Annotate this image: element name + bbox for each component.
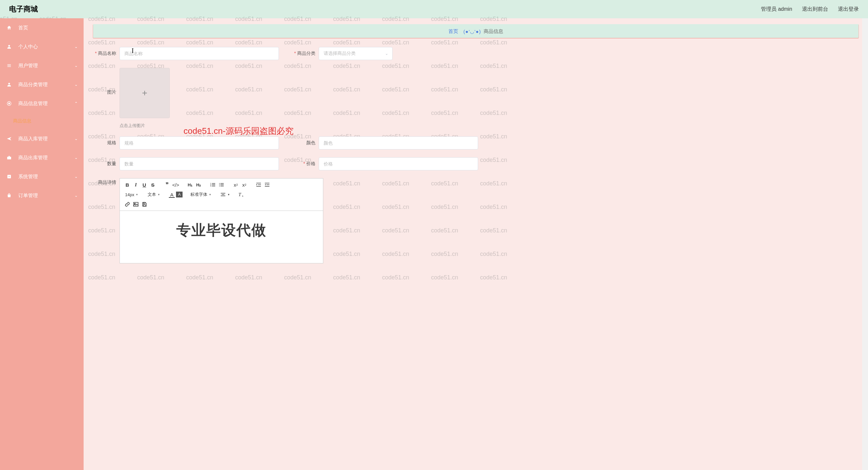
chevron-down-icon: ⌄ xyxy=(74,155,78,160)
category-select[interactable]: 请选择商品分类 ⌄ xyxy=(319,47,393,60)
align-button[interactable] xyxy=(219,191,227,198)
app-header: 电子商城 管理员 admin 退出到前台 退出登录 xyxy=(0,0,868,18)
field-category: 商品分类 请选择商品分类 ⌄ xyxy=(292,47,393,60)
save-button[interactable] xyxy=(140,200,149,208)
field-color: 颜色 xyxy=(292,136,478,149)
admin-label[interactable]: 管理员 admin xyxy=(761,6,792,13)
link-button[interactable] xyxy=(123,200,132,208)
text-cursor-icon: I xyxy=(132,47,134,55)
svg-point-0 xyxy=(8,45,10,47)
sidebar-item-label: 商品出库管理 xyxy=(18,155,48,161)
sidebar-item-inbound[interactable]: 商品入库管理 ⌄ xyxy=(0,129,84,148)
label-spec: 规格 xyxy=(93,140,116,146)
font-size-select[interactable]: 14px▾ xyxy=(123,191,140,198)
svg-rect-34 xyxy=(143,205,145,206)
field-image: 图片 + 点击上传图片 xyxy=(93,68,170,129)
chevron-down-icon: ⌄ xyxy=(74,193,78,198)
sidebar-item-outbound[interactable]: 商品出库管理 ⌄ xyxy=(0,148,84,167)
svg-point-20 xyxy=(219,184,220,185)
h1-button[interactable]: H₁ xyxy=(186,181,194,189)
sidebar-subitem-product-info[interactable]: 商品信息 xyxy=(0,113,84,129)
sidebar-item-label: 商品入库管理 xyxy=(18,136,48,142)
field-product-name: 商品名称 xyxy=(93,47,279,60)
sidebar-item-product-info[interactable]: 商品信息管理 ⌃ xyxy=(0,94,84,113)
svg-rect-8 xyxy=(8,156,10,157)
editor-text: 专业毕设代做 xyxy=(126,221,316,240)
color-input[interactable] xyxy=(319,136,478,149)
label-product-name: 商品名称 xyxy=(93,51,116,57)
font-family-select[interactable]: 标准字体▾ xyxy=(188,191,213,198)
breadcrumb-separator-icon: (●'◡'●) xyxy=(463,29,481,35)
rich-text-editor: B I U S ❞ </> H₁ H₂ xyxy=(120,178,323,263)
record-icon xyxy=(6,101,14,106)
svg-text:3: 3 xyxy=(210,185,211,187)
editor-toolbar: B I U S ❞ </> H₁ H₂ xyxy=(120,178,323,211)
underline-button[interactable]: U xyxy=(140,181,149,189)
scrollbar[interactable] xyxy=(862,18,868,470)
italic-button[interactable]: I xyxy=(132,181,140,189)
bag-icon xyxy=(6,193,14,198)
product-name-input[interactable] xyxy=(120,47,279,60)
price-input[interactable] xyxy=(319,157,478,170)
sidebar-item-home[interactable]: 首页 xyxy=(0,18,84,37)
bold-button[interactable]: B xyxy=(123,181,132,189)
exit-to-front-button[interactable]: 退出到前台 xyxy=(802,6,828,13)
outdent-button[interactable] xyxy=(263,181,271,189)
quantity-input[interactable] xyxy=(120,157,279,170)
upload-hint: 点击上传图片 xyxy=(120,123,170,129)
svg-rect-7 xyxy=(7,157,11,159)
svg-point-21 xyxy=(219,186,220,187)
text-color-button[interactable]: A xyxy=(167,191,176,198)
image-button[interactable] xyxy=(132,200,140,208)
sidebar-item-categories[interactable]: 商品分类管理 ⌄ xyxy=(0,75,84,94)
field-spec: 规格 xyxy=(93,136,279,149)
breadcrumb: 首页 (●'◡'●) 商品信息 xyxy=(93,24,859,38)
category-placeholder: 请选择商品分类 xyxy=(323,51,355,57)
subscript-button[interactable]: x2 xyxy=(231,181,240,189)
app-title: 电子商城 xyxy=(9,4,38,14)
clear-format-button[interactable]: Tx xyxy=(236,191,244,198)
sidebar-item-label: 商品信息管理 xyxy=(18,101,48,107)
block-type-select[interactable]: 文本▾ xyxy=(146,191,162,198)
label-detail: 商品详情 xyxy=(93,179,116,186)
h2-button[interactable]: H₂ xyxy=(194,181,203,189)
chevron-down-icon: ⌄ xyxy=(385,51,388,56)
sidebar-item-users[interactable]: 用户管理 ⌄ xyxy=(0,56,84,75)
ordered-list-button[interactable]: 123 xyxy=(209,181,217,189)
editor-content[interactable]: 专业毕设代做 xyxy=(120,211,323,263)
superscript-button[interactable]: x2 xyxy=(240,181,249,189)
label-color: 颜色 xyxy=(292,140,315,146)
chevron-down-icon: ⌄ xyxy=(74,82,78,87)
upload-image-button[interactable]: + xyxy=(120,68,170,118)
chevron-up-icon: ⌃ xyxy=(74,101,78,106)
unordered-list-button[interactable] xyxy=(217,181,226,189)
sidebar-item-label: 首页 xyxy=(18,25,28,31)
svg-point-19 xyxy=(219,183,220,184)
chevron-down-icon: ⌄ xyxy=(74,174,78,179)
logout-button[interactable]: 退出登录 xyxy=(838,6,859,13)
spec-input[interactable] xyxy=(120,136,279,149)
breadcrumb-home[interactable]: 首页 xyxy=(448,28,458,35)
label-price: 价格 xyxy=(292,161,315,167)
strike-button[interactable]: S xyxy=(149,181,157,189)
svg-rect-31 xyxy=(133,202,138,206)
sidebar-item-profile[interactable]: 个人中心 ⌄ xyxy=(0,37,84,56)
breadcrumb-current: 商品信息 xyxy=(484,28,503,35)
user-icon xyxy=(6,82,14,87)
field-detail: 商品详情 B I U S ❞ </> xyxy=(93,178,859,263)
plane-icon xyxy=(6,136,14,141)
svg-rect-33 xyxy=(143,202,145,204)
bg-color-button[interactable]: A xyxy=(176,192,183,198)
svg-point-6 xyxy=(8,103,10,104)
sidebar-item-label: 商品分类管理 xyxy=(18,81,48,88)
sidebar-item-system[interactable]: 系统管理 ⌄ xyxy=(0,167,84,186)
briefcase-icon xyxy=(6,155,14,160)
quote-button[interactable]: ❞ xyxy=(163,181,172,189)
user-icon xyxy=(6,44,14,49)
sidebar-subitem-label: 商品信息 xyxy=(13,118,31,124)
sidebar-item-orders[interactable]: 订单管理 ⌄ xyxy=(0,186,84,205)
code-button[interactable]: </> xyxy=(172,181,180,189)
header-actions: 管理员 admin 退出到前台 退出登录 xyxy=(761,6,859,13)
indent-button[interactable] xyxy=(254,181,263,189)
field-price: 价格 xyxy=(292,157,478,170)
